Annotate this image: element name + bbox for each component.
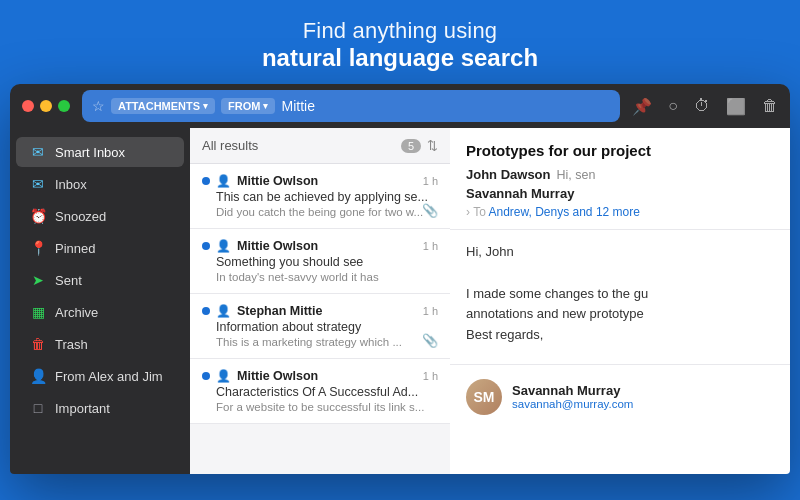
pinned-icon: 📍	[30, 240, 46, 256]
sidebar-item-inbox[interactable]: ✉ Inbox	[16, 169, 184, 199]
email-time-2: 1 h	[423, 240, 438, 252]
tagline-text: Find anything using	[0, 18, 800, 44]
sidebar-item-archive[interactable]: ▦ Archive	[16, 297, 184, 327]
avatar: SM	[466, 379, 502, 415]
minimize-button[interactable]	[40, 100, 52, 112]
sidebar-label-sent: Sent	[55, 273, 82, 288]
snoozed-icon: ⏰	[30, 208, 46, 224]
folder-icon: □	[30, 400, 46, 416]
title-bar: ☆ ATTACHMENTS ▾ FROM ▾ Mittie 📌 ○ ⏱ ⬜ 🗑	[10, 84, 790, 128]
unread-dot-4	[202, 372, 210, 380]
from-tag[interactable]: FROM ▾	[221, 98, 275, 114]
sidebar-item-smart-inbox[interactable]: ✉ Smart Inbox	[16, 137, 184, 167]
preview-title: Prototypes for our project	[466, 142, 774, 159]
search-bar[interactable]: ☆ ATTACHMENTS ▾ FROM ▾ Mittie	[82, 90, 620, 122]
inbox-icon: ✉	[30, 176, 46, 192]
email-preview-2: In today's net-savvy world it has	[216, 271, 438, 283]
sidebar-item-snoozed[interactable]: ⏰ Snoozed	[16, 201, 184, 231]
email-preview-1: Did you catch the being gone for two w..…	[216, 206, 438, 218]
email-time-4: 1 h	[423, 370, 438, 382]
sender-avatar-icon-1: 👤	[216, 174, 231, 188]
sidebar-item-from-alex[interactable]: 👤 From Alex and Jim	[16, 361, 184, 391]
sent-icon: ➤	[30, 272, 46, 288]
email-sender-4: Mittie Owlson	[237, 369, 417, 383]
email-preview-4: For a website to be successful its link …	[216, 401, 438, 413]
email-item-2[interactable]: 👤 Mittie Owlson 1 h Something you should…	[190, 229, 450, 294]
preview-sender-preview-1: Hi, sen	[557, 168, 596, 182]
email-time-3: 1 h	[423, 305, 438, 317]
email-sender-3: Stephan Mittie	[237, 304, 417, 318]
preview-second-email: savannah@murray.com	[512, 398, 633, 410]
preview-sender-name-2: Savannah Murray	[466, 186, 574, 201]
email-subject-1: This can be achieved by applying se...	[216, 190, 438, 204]
people-icon: 👤	[30, 368, 46, 384]
smart-inbox-icon: ✉	[30, 144, 46, 160]
sender-avatar-icon-4: 👤	[216, 369, 231, 383]
preview-second-info: Savannah Murray savannah@murray.com	[512, 383, 633, 410]
tagline-bold-text: natural language search	[0, 44, 800, 72]
email-item-3[interactable]: 👤 Stephan Mittie 1 h Information about s…	[190, 294, 450, 359]
chevron-down-icon: ▾	[203, 101, 208, 111]
sender-avatar-icon-3: 👤	[216, 304, 231, 318]
trash-folder-icon: 🗑	[30, 336, 46, 352]
body-line-3: Best regards,	[466, 325, 774, 346]
email-list-title: All results	[202, 138, 258, 153]
preview-sender-name-1: John Dawson	[466, 167, 551, 182]
preview-divider	[450, 364, 790, 365]
email-item-4[interactable]: 👤 Mittie Owlson 1 h Characteristics Of A…	[190, 359, 450, 424]
body-line-2: annotations and new prototype	[466, 304, 774, 325]
sidebar-item-pinned[interactable]: 📍 Pinned	[16, 233, 184, 263]
email-sender-1: Mittie Owlson	[237, 174, 417, 188]
close-button[interactable]	[22, 100, 34, 112]
preview-second-sender: SM Savannah Murray savannah@murray.com	[450, 371, 790, 415]
preview-panel: Prototypes for our project John Dawson H…	[450, 128, 790, 474]
search-query: Mittie	[281, 98, 314, 114]
email-item-header-2: 👤 Mittie Owlson 1 h	[202, 239, 438, 253]
greeting: Hi, John	[466, 242, 774, 263]
sidebar: ✉ Smart Inbox ✉ Inbox ⏰ Snoozed 📍 Pinned…	[10, 128, 190, 474]
email-list-controls: 5 ⇅	[401, 138, 438, 153]
to-text: To	[473, 205, 486, 219]
email-list-header: All results 5 ⇅	[190, 128, 450, 164]
email-sender-2: Mittie Owlson	[237, 239, 417, 253]
sidebar-label-pinned: Pinned	[55, 241, 95, 256]
sidebar-item-important[interactable]: □ Important	[16, 393, 184, 423]
sidebar-label-important: Important	[55, 401, 110, 416]
trash-icon[interactable]: 🗑	[762, 97, 778, 116]
circle-icon[interactable]: ○	[668, 97, 678, 116]
chevron-down-icon: ▾	[263, 101, 268, 111]
unread-dot-1	[202, 177, 210, 185]
email-time-1: 1 h	[423, 175, 438, 187]
unread-dot-3	[202, 307, 210, 315]
email-item-1[interactable]: 👤 Mittie Owlson 1 h This can be achieved…	[190, 164, 450, 229]
promo-header: Find anything using natural language sea…	[0, 0, 800, 84]
body-line-1: I made some changes to the gu	[466, 284, 774, 305]
sidebar-item-sent[interactable]: ➤ Sent	[16, 265, 184, 295]
pin-icon[interactable]: 📌	[632, 97, 652, 116]
clock-icon[interactable]: ⏱	[694, 97, 710, 116]
sidebar-item-trash[interactable]: 🗑 Trash	[16, 329, 184, 359]
sidebar-label-from-alex: From Alex and Jim	[55, 369, 163, 384]
main-content: ✉ Smart Inbox ✉ Inbox ⏰ Snoozed 📍 Pinned…	[10, 128, 790, 474]
unread-dot-2	[202, 242, 210, 250]
sort-icon[interactable]: ⇅	[427, 138, 438, 153]
archive-icon[interactable]: ⬜	[726, 97, 746, 116]
email-list: All results 5 ⇅ 👤 Mittie Owlson 1 h This…	[190, 128, 450, 474]
sidebar-label-trash: Trash	[55, 337, 88, 352]
email-count-badge: 5	[401, 139, 421, 153]
archive-folder-icon: ▦	[30, 304, 46, 320]
email-subject-2: Something you should see	[216, 255, 438, 269]
sidebar-label-inbox: Inbox	[55, 177, 87, 192]
app-window: ☆ ATTACHMENTS ▾ FROM ▾ Mittie 📌 ○ ⏱ ⬜ 🗑 …	[10, 84, 790, 474]
maximize-button[interactable]	[58, 100, 70, 112]
email-subject-4: Characteristics Of A Successful Ad...	[216, 385, 438, 399]
to-names: Andrew, Denys and 12 more	[488, 205, 639, 219]
preview-to-row: › To Andrew, Denys and 12 more	[466, 205, 774, 219]
toolbar-icons: 📌 ○ ⏱ ⬜ 🗑	[632, 97, 778, 116]
email-item-header-1: 👤 Mittie Owlson 1 h	[202, 174, 438, 188]
attachment-icon-1: 📎	[422, 203, 438, 218]
preview-second-name: Savannah Murray	[512, 383, 633, 398]
email-subject-3: Information about strategy	[216, 320, 438, 334]
attachments-tag[interactable]: ATTACHMENTS ▾	[111, 98, 215, 114]
sender-avatar-icon-2: 👤	[216, 239, 231, 253]
